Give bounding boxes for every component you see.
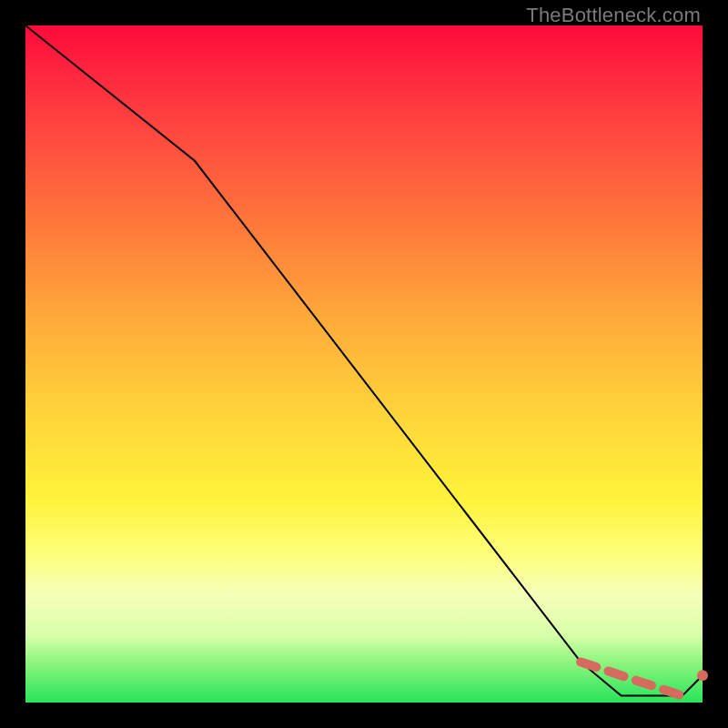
chart-frame: TheBottleneck.com [0, 0, 728, 728]
attribution-label: TheBottleneck.com [526, 4, 701, 27]
end-point-marker [697, 670, 708, 681]
chart-overlay [25, 25, 703, 703]
series-line [25, 25, 703, 696]
dashed-segment [581, 662, 682, 695]
